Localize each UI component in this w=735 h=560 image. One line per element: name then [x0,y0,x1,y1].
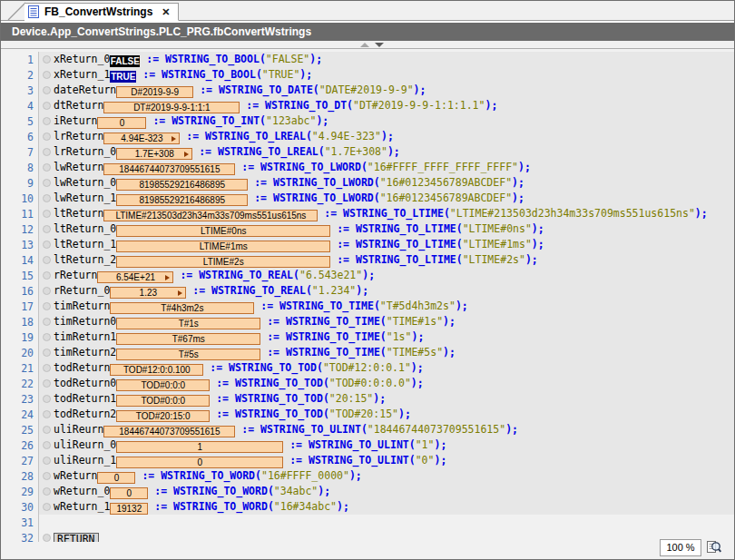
code-line[interactable]: 31 [1,515,734,530]
monitor-value-box[interactable]: 81985529216486895 [116,194,248,206]
breakpoint-margin[interactable] [39,441,54,449]
code-line[interactable]: 20timReturn2T#5s := WSTRING_TO_TIME("TIM… [1,345,734,360]
breakpoint-margin[interactable] [39,457,54,465]
breakpoint-margin[interactable] [39,410,54,418]
breakpoint-dot[interactable] [43,534,51,542]
code-line[interactable]: 6lrReturn4.94E-323 := WSTRING_TO_LREAL("… [1,129,734,144]
code-line[interactable]: 17timReturnT#4h3m2s := WSTRING_TO_TIME("… [1,299,734,314]
breakpoint-margin[interactable] [39,333,54,341]
breakpoint-dot[interactable] [43,487,51,496]
breakpoint-margin[interactable] [39,241,54,249]
breakpoint-margin[interactable] [39,117,54,125]
breakpoint-dot[interactable] [43,225,51,233]
monitor-value-box[interactable]: LTIME#1ms [116,241,330,252]
zoom-tool-button[interactable] [705,538,723,556]
breakpoint-dot[interactable] [43,379,51,388]
code-line[interactable]: 4dtReturnDT#2019-9-9-1:1:1 := WSTRING_TO… [1,98,734,113]
breakpoint-dot[interactable] [43,117,51,125]
code-line[interactable]: 19timReturn1T#67ms := WSTRING_TO_TIME("1… [1,329,734,345]
code-line[interactable]: 29wReturn_00 := WSTRING_TO_WORD("34abc")… [1,484,734,499]
code-line[interactable]: 15rReturn6.54E+21 := WSTRING_TO_REAL("6.… [1,268,734,283]
breakpoint-margin[interactable] [39,86,54,94]
breakpoint-margin[interactable] [39,102,54,110]
breakpoint-dot[interactable] [43,426,51,434]
breakpoint-dot[interactable] [43,210,51,218]
monitor-value-box[interactable]: 0 [97,117,146,129]
code-line[interactable]: 32RETURN [1,530,734,542]
code-line[interactable]: 30wReturn_119132 := WSTRING_TO_WORD("16#… [1,499,734,515]
breakpoint-dot[interactable] [43,133,51,141]
breakpoint-margin[interactable] [39,364,54,372]
breakpoint-dot[interactable] [43,55,51,64]
monitor-value-box[interactable]: TOD#0:0:0 [116,395,210,407]
monitor-value-bool[interactable]: FALSE [110,55,140,67]
monitor-value-box[interactable]: 1.7E+308 [116,148,192,160]
monitor-value-box[interactable]: T#4h3m2s [110,302,254,314]
code-line[interactable]: 2xReturn_1TRUE := WSTRING_TO_BOOL("TRUE"… [1,67,734,83]
breakpoint-dot[interactable] [43,410,51,418]
breakpoint-dot[interactable] [43,457,51,465]
breakpoint-margin[interactable] [39,194,54,202]
breakpoint-dot[interactable] [43,472,51,480]
breakpoint-margin[interactable] [39,426,54,434]
monitor-value-box[interactable]: LTIME#2s [116,256,330,268]
breakpoint-dot[interactable] [43,302,51,310]
code-line[interactable]: 7lrReturn_01.7E+308 := WSTRING_TO_LREAL(… [1,144,734,160]
breakpoint-margin[interactable] [39,472,54,480]
code-line[interactable]: 26uliReurn_01 := WSTRING_TO_ULINT("1"); [1,437,734,453]
monitor-value-box[interactable]: 0 [97,472,135,484]
breakpoint-margin[interactable] [39,395,54,403]
breakpoint-dot[interactable] [43,241,51,249]
monitor-value-box[interactable]: 1 [116,441,283,453]
code-line[interactable]: 13ltReturn_1LTIME#1ms := WSTRING_TO_LTIM… [1,237,734,252]
code-line[interactable]: 9lwReturn_081985529216486895 := WSTRING_… [1,175,734,191]
code-line[interactable]: 12ltReturn_0LTIME#0ns := WSTRING_TO_LTIM… [1,221,734,237]
breakpoint-margin[interactable] [39,534,54,542]
breakpoint-dot[interactable] [43,102,51,110]
breakpoint-dot[interactable] [43,194,51,202]
monitor-value-box[interactable]: LTIME#213503d23h34m33s709ms551us615ns [103,210,318,221]
breakpoint-margin[interactable] [39,349,54,357]
monitor-value-bool[interactable]: TRUE [110,71,136,83]
monitor-value-box[interactable]: 19132 [110,503,148,515]
code-line[interactable]: 11ltReturnLTIME#213503d23h34m33s709ms551… [1,206,734,221]
breakpoint-dot[interactable] [43,503,51,511]
expand-value-icon[interactable] [184,152,189,157]
breakpoint-margin[interactable] [39,503,54,511]
breakpoint-margin[interactable] [39,55,54,64]
breakpoint-margin[interactable] [39,163,54,172]
code-line[interactable]: 28wReturn0 := WSTRING_TO_WORD("16#FFFF_0… [1,468,734,484]
breakpoint-margin[interactable] [39,287,54,295]
monitor-value-box[interactable]: TOD#20:15:0 [116,410,210,422]
monitor-value-box[interactable]: T#67ms [116,333,260,345]
monitor-value-box[interactable]: 18446744073709551615 [103,163,235,175]
breakpoint-margin[interactable] [39,148,54,156]
code-line[interactable]: 14ltReturn_2LTIME#2s := WSTRING_TO_LTIME… [1,252,734,268]
code-line[interactable]: 5iReturn0 := WSTRING_TO_INT("123abc"); [1,113,734,129]
code-line[interactable]: 27uliReurn_10 := WSTRING_TO_ULINT("0"); [1,453,734,468]
breakpoint-dot[interactable] [43,395,51,403]
monitor-value-box[interactable]: LTIME#0ns [116,225,330,237]
breakpoint-dot[interactable] [43,318,51,326]
code-line[interactable]: 21todReturnTOD#12:0:0.100 := WSTRING_TO_… [1,360,734,376]
code-line[interactable]: 3dateReturnD#2019-9-9 := WSTRING_TO_DATE… [1,83,734,98]
breakpoint-dot[interactable] [43,364,51,372]
breakpoint-margin[interactable] [39,210,54,218]
code-line[interactable]: 24todReturn2TOD#20:15:0 := WSTRING_TO_TO… [1,407,734,422]
breakpoint-margin[interactable] [39,379,54,388]
breakpoint-dot[interactable] [43,163,51,172]
breakpoint-dot[interactable] [43,71,51,79]
breakpoint-margin[interactable] [39,302,54,310]
code-line[interactable]: 22todReturn0TOD#0:0:0 := WSTRING_TO_TOD(… [1,376,734,391]
expand-value-icon[interactable] [172,136,176,142]
code-line[interactable]: 8lwReturn18446744073709551615 := WSTRING… [1,160,734,175]
breakpoint-margin[interactable] [39,179,54,187]
breakpoint-dot[interactable] [43,287,51,295]
monitor-value-box[interactable]: D#2019-9-9 [116,86,193,98]
zoom-level-control[interactable]: 100 % [660,539,701,556]
monitor-value-box[interactable]: 1.23 [110,287,186,299]
expand-value-icon[interactable] [165,275,170,280]
breakpoint-margin[interactable] [39,318,54,326]
breakpoint-margin[interactable] [39,487,54,496]
code-line[interactable]: 23todReturn1TOD#0:0:0 := WSTRING_TO_TOD(… [1,391,734,407]
